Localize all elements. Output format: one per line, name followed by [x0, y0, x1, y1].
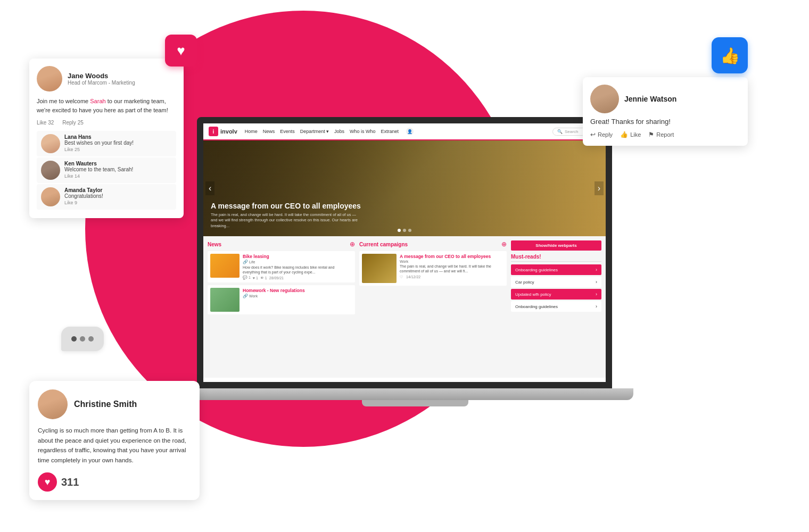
avatar-jennie — [590, 85, 619, 113]
post-text: Join me to welcome Sarah to our marketin… — [37, 97, 176, 114]
nav-who-is-who[interactable]: Who is Who — [350, 129, 376, 134]
campaign-meta: ♡ 14/12/22 — [400, 275, 504, 279]
campaign-heart: ♡ — [400, 275, 403, 279]
jennie-watson-card: Jennie Watson Great! Thanks for sharing!… — [583, 77, 748, 146]
news-info-homework: Homework - New regulations 🔗 Work — [243, 288, 352, 312]
nav-extranet[interactable]: Extranet — [381, 129, 399, 134]
comment-text-lana: Best wishes on your first day! — [64, 140, 176, 146]
campaigns-section: Current campaigns ⊕ A message from our C… — [359, 240, 507, 373]
must-read-label-2: Updated wfh policy — [515, 292, 551, 297]
avatar-lana — [41, 134, 60, 153]
date: 28/09/21 — [269, 276, 284, 280]
news-title: News — [208, 242, 221, 247]
news-title-bike[interactable]: Bike leasing — [243, 254, 352, 259]
campaign-thumb — [362, 254, 397, 283]
mention-sarah[interactable]: Sarah — [90, 98, 105, 104]
typing-indicator — [61, 327, 104, 351]
category-label-homework: Work — [249, 294, 258, 298]
news-category-bike: 🔗 Life — [243, 260, 352, 264]
hero-dot-1 — [398, 229, 401, 232]
news-card-bike[interactable]: Bike leasing 🔗 Life How does it work? Bi… — [208, 251, 355, 282]
show-hide-webparts-button[interactable]: Show/hide webparts — [511, 240, 601, 251]
campaign-card[interactable]: A message from our CEO to all employees … — [359, 251, 507, 286]
heart-icon: ♥ — [177, 43, 185, 59]
logo-text: involv — [220, 128, 237, 135]
author-info: Jane Woods Head of Marcom - Marketing — [68, 72, 135, 86]
reply-button[interactable]: ↩ Reply — [590, 131, 613, 138]
news-add-button[interactable]: ⊕ — [350, 240, 355, 248]
jane-woods-post-card: Jane Woods Head of Marcom - Marketing Jo… — [29, 59, 184, 218]
news-card-homework[interactable]: Homework - New regulations 🔗 Work — [208, 285, 355, 314]
christine-header: Christine Smith — [38, 389, 191, 419]
must-read-arrow-1: › — [596, 279, 597, 285]
campaign-title[interactable]: A message from our CEO to all employees — [400, 254, 504, 259]
jennie-actions: ↩ Reply 👍 Like ⚑ Report — [590, 131, 740, 138]
must-read-item-2[interactable]: Updated wfh policy › — [511, 289, 601, 300]
jennie-info: Jennie Watson — [624, 95, 676, 103]
must-read-item-0[interactable]: Onboarding guidelines › — [511, 264, 601, 275]
must-read-label-0: Onboarding guidelines — [515, 268, 558, 272]
search-placeholder: Search — [565, 129, 578, 134]
like-icon: 👍 — [620, 131, 628, 138]
hero-dots — [398, 229, 411, 232]
report-button[interactable]: ⚑ Report — [648, 131, 674, 138]
hero-title: A message from our CEO to all employees — [211, 202, 361, 210]
like-label: Like — [630, 131, 641, 138]
thumbsup-icon: 👍 — [720, 46, 740, 65]
hero-dot-2 — [403, 229, 406, 232]
author-name: Jane Woods — [68, 72, 135, 80]
card-header: Jane Woods Head of Marcom - Marketing — [37, 66, 176, 92]
nav-events[interactable]: Events — [280, 129, 295, 134]
hero-content: A message from our CEO to all employees … — [211, 202, 361, 229]
like-count: ♥ 1 — [253, 276, 258, 280]
must-read-arrow-3: › — [596, 304, 597, 309]
report-label: Report — [656, 131, 674, 138]
campaigns-add-button[interactable]: ⊕ — [501, 240, 507, 248]
intranet-ui: i involv Home News Events Department ▾ J… — [203, 123, 606, 382]
hero-banner: ‹ A message from our CEO to all employee… — [203, 140, 606, 236]
hero-prev-arrow[interactable]: ‹ — [205, 181, 214, 195]
comment-item-lana: Lana Hans Best wishes on your first day!… — [37, 131, 176, 156]
nav-department[interactable]: Department ▾ — [300, 129, 329, 134]
like-button[interactable]: 👍 Like — [620, 131, 641, 138]
jennie-comment-text: Great! Thanks for sharing! — [590, 118, 740, 126]
like-stat: Like 32 — [37, 120, 54, 126]
christine-smith-card: Christine Smith Cycling is so much more … — [29, 381, 200, 500]
avatar-jane — [37, 66, 62, 92]
comment-body-lana: Lana Hans Best wishes on your first day!… — [64, 134, 176, 152]
reply-icon: ↩ — [590, 131, 596, 138]
hero-next-arrow[interactable]: › — [595, 181, 604, 195]
profile-icon[interactable]: 👤 — [406, 128, 414, 135]
nav-jobs[interactable]: Jobs — [334, 129, 344, 134]
campaign-date: 14/12/22 — [406, 275, 420, 279]
category-icon-bike: 🔗 — [243, 260, 248, 264]
christine-post-text: Cycling is so much more than getting fro… — [38, 426, 191, 465]
heart-count-icon: ♥ — [38, 472, 57, 492]
author-role: Head of Marcom - Marketing — [68, 80, 135, 86]
news-thumb-bike — [210, 254, 240, 278]
logo-box: i — [209, 127, 218, 136]
news-excerpt-bike: How does it work? Bike leasing includes … — [243, 265, 352, 275]
must-read-item-1[interactable]: Car policy › — [511, 277, 601, 287]
must-reads-title: Must-reads! — [511, 254, 601, 262]
avatar-ken — [41, 161, 60, 180]
comment-text-amanda: Congratulations! — [64, 193, 176, 199]
must-read-item-3[interactable]: Onboarding guidelines › — [511, 301, 601, 312]
category-icon-homework: 🔗 — [243, 294, 248, 298]
avatar-christine — [38, 389, 68, 419]
laptop-base — [176, 388, 633, 400]
hero-dot-3 — [408, 229, 411, 232]
news-title-homework[interactable]: Homework - New regulations — [243, 288, 352, 293]
nav-home[interactable]: Home — [245, 129, 258, 134]
reply-label: Reply — [598, 131, 613, 138]
campaign-info: A message from our CEO to all employees … — [400, 254, 504, 283]
nav-news[interactable]: News — [263, 129, 275, 134]
must-read-label-3: Onboarding guidelines — [515, 304, 558, 309]
campaign-layout: A message from our CEO to all employees … — [362, 254, 504, 283]
commenter-name-lana: Lana Hans — [64, 134, 176, 140]
typing-dot-1 — [71, 336, 77, 342]
news-thumb-homework — [210, 288, 240, 312]
news-meta-bike: 💬 1 ♥ 1 👁 1 28/09/21 — [243, 276, 352, 280]
jennie-header: Jennie Watson — [590, 85, 740, 113]
report-icon: ⚑ — [648, 131, 654, 138]
